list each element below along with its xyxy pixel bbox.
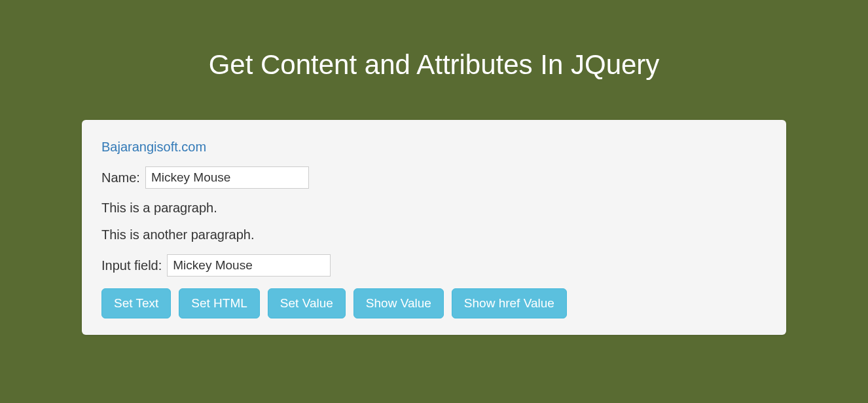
set-text-button[interactable]: Set Text bbox=[101, 288, 171, 318]
set-value-button[interactable]: Set Value bbox=[268, 288, 346, 318]
input-field-row: Input field: bbox=[101, 254, 767, 277]
show-href-button[interactable]: Show href Value bbox=[452, 288, 567, 318]
site-link[interactable]: Bajarangisoft.com bbox=[101, 140, 206, 155]
set-html-button[interactable]: Set HTML bbox=[179, 288, 260, 318]
input-field-input[interactable] bbox=[167, 254, 331, 277]
paragraph-1: This is a paragraph. bbox=[101, 201, 767, 216]
name-row: Name: bbox=[101, 166, 767, 189]
button-row: Set Text Set HTML Set Value Show Value S… bbox=[101, 288, 767, 318]
paragraph-2: This is another paragraph. bbox=[101, 227, 767, 242]
name-input[interactable] bbox=[145, 166, 309, 189]
page-title: Get Content and Attributes In JQuery bbox=[0, 0, 868, 120]
name-label: Name: bbox=[101, 170, 140, 185]
demo-card: Bajarangisoft.com Name: This is a paragr… bbox=[82, 120, 786, 335]
input-field-label: Input field: bbox=[101, 258, 162, 273]
show-value-button[interactable]: Show Value bbox=[353, 288, 444, 318]
